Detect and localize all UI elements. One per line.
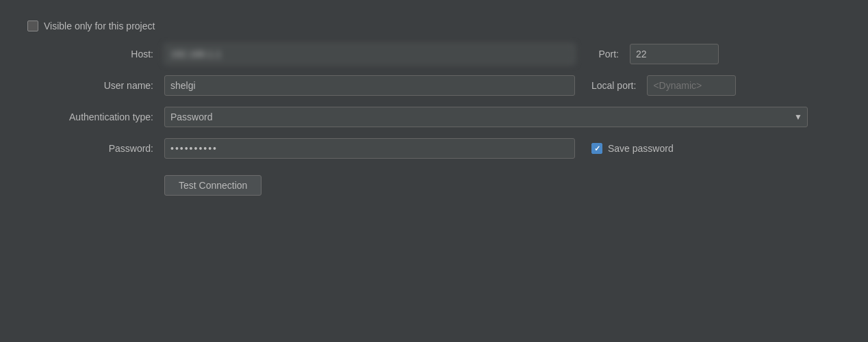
username-localport-row: User name: Local port: — [27, 75, 841, 96]
local-port-input[interactable] — [647, 75, 736, 96]
form-body: Visible only for this project Host: Port… — [27, 21, 841, 196]
visible-only-row: Visible only for this project — [27, 21, 841, 31]
host-label: Host: — [27, 49, 164, 60]
port-label: Port: — [575, 49, 630, 60]
auth-type-wrapper: Password Key pair OpenSSH config and aut… — [164, 107, 808, 127]
visible-only-checkbox[interactable] — [27, 21, 38, 31]
username-label: User name: — [27, 80, 164, 91]
auth-type-select[interactable]: Password Key pair OpenSSH config and aut… — [164, 107, 808, 127]
password-row: Password: Save password — [27, 138, 841, 159]
visible-only-label: Visible only for this project — [44, 21, 155, 31]
port-input[interactable] — [630, 44, 719, 64]
ssh-connection-form: Visible only for this project Host: Port… — [0, 0, 868, 342]
auth-type-row: Authentication type: Password Key pair O… — [27, 107, 841, 127]
save-password-section: Save password — [591, 143, 674, 154]
password-input[interactable] — [164, 138, 575, 159]
port-section: Port: — [575, 44, 719, 64]
password-label: Password: — [27, 143, 164, 154]
local-port-label: Local port: — [575, 80, 647, 91]
test-connection-row: Test Connection — [27, 175, 841, 196]
local-port-section: Local port: — [575, 75, 736, 96]
test-connection-button[interactable]: Test Connection — [164, 175, 261, 196]
auth-type-label: Authentication type: — [27, 111, 164, 122]
save-password-label: Save password — [608, 143, 674, 154]
username-input[interactable] — [164, 75, 575, 96]
save-password-checkbox[interactable] — [591, 143, 602, 154]
host-input[interactable] — [164, 44, 575, 64]
host-port-row: Host: Port: — [27, 44, 841, 64]
